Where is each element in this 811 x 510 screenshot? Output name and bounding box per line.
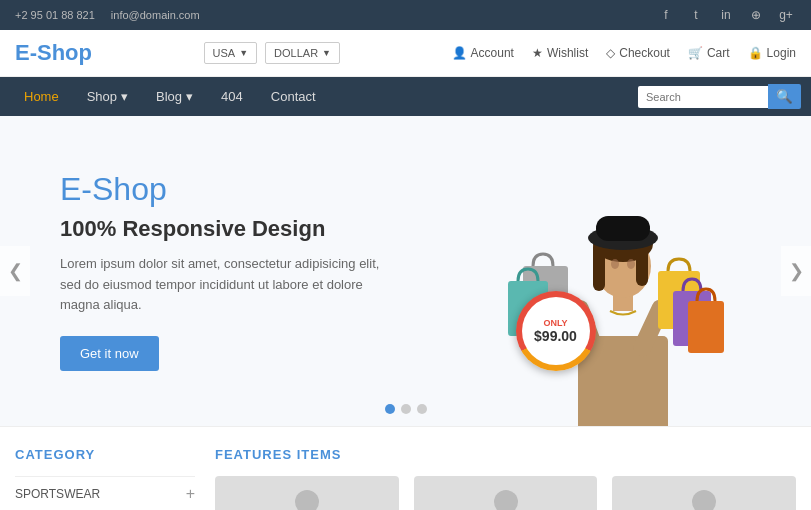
feature-item-2: [414, 476, 598, 510]
chevron-down-icon: ▼: [322, 48, 331, 58]
nav-404[interactable]: 404: [207, 77, 257, 116]
search-button[interactable]: 🔍: [768, 84, 801, 109]
top-bar-social: f t in ⊕ g+: [656, 5, 796, 25]
phone: +2 95 01 88 821: [15, 9, 95, 21]
feature-thumb-3: [612, 476, 796, 510]
hero-illustration: [468, 126, 748, 426]
slider-next-button[interactable]: ❯: [781, 246, 811, 296]
checkout-link[interactable]: ◇ Checkout: [606, 46, 670, 60]
star-icon: ★: [532, 46, 543, 60]
hero-image: ONLY $99.00: [406, 116, 812, 426]
cart-icon: 🛒: [688, 46, 703, 60]
email: info@domain.com: [111, 9, 200, 21]
feature-thumb-1: [215, 476, 399, 510]
header: E-Shop USA ▼ DOLLAR ▼ 👤 Account ★ Wishli…: [0, 30, 811, 77]
svg-rect-17: [688, 301, 724, 353]
header-region: USA ▼ DOLLAR ▼: [204, 42, 341, 64]
features-section: FEATURES ITEMS: [215, 447, 796, 510]
slider-dot-2[interactable]: [401, 404, 411, 414]
hero-content: E-Shop 100% Responsive Design Lorem ipsu…: [0, 141, 446, 401]
slider-dot-1[interactable]: [385, 404, 395, 414]
svg-point-9: [611, 259, 619, 269]
lock-icon: 🔒: [748, 46, 763, 60]
search-icon: 🔍: [776, 89, 793, 104]
feature-thumb-2: [414, 476, 598, 510]
social-icon-5[interactable]: g+: [776, 5, 796, 25]
search-area: 🔍: [638, 84, 801, 109]
price-badge-inner: ONLY $99.00: [522, 297, 590, 365]
price-badge: ONLY $99.00: [516, 291, 596, 371]
facebook-icon[interactable]: f: [656, 5, 676, 25]
category-label: SPORTSWEAR: [15, 487, 100, 501]
nav-contact[interactable]: Contact: [257, 77, 330, 116]
plus-icon: +: [186, 485, 195, 503]
chevron-down-icon: ▾: [121, 89, 128, 104]
nav-links: Home Shop ▾ Blog ▾ 404 Contact: [10, 77, 330, 116]
cart-link[interactable]: 🛒 Cart: [688, 46, 730, 60]
search-input[interactable]: [638, 86, 768, 108]
person-head: [692, 490, 716, 510]
slider-prev-button[interactable]: ❮: [0, 246, 30, 296]
person-icon: 👤: [452, 46, 467, 60]
svg-point-10: [627, 259, 635, 269]
chevron-down-icon: ▾: [186, 89, 193, 104]
feature-item-1: [215, 476, 399, 510]
svg-rect-5: [593, 241, 605, 291]
hero-brand: E-Shop: [60, 171, 386, 208]
top-bar: +2 95 01 88 821 info@domain.com f t in ⊕…: [0, 0, 811, 30]
hero-slider: ❮ E-Shop 100% Responsive Design Lorem ip…: [0, 116, 811, 426]
price-only-label: ONLY: [543, 318, 567, 328]
nav-blog[interactable]: Blog ▾: [142, 77, 207, 116]
person-head: [295, 490, 319, 510]
google-plus-icon[interactable]: ⊕: [746, 5, 766, 25]
linkedin-icon[interactable]: in: [716, 5, 736, 25]
category-sportswear[interactable]: SPORTSWEAR +: [15, 476, 195, 510]
person-figure-2: [414, 476, 598, 510]
wishlist-link[interactable]: ★ Wishlist: [532, 46, 588, 60]
login-link[interactable]: 🔒 Login: [748, 46, 796, 60]
header-nav: 👤 Account ★ Wishlist ◇ Checkout 🛒 Cart 🔒…: [452, 46, 796, 60]
hero-cta-button[interactable]: Get it now: [60, 336, 159, 371]
nav-shop[interactable]: Shop ▾: [73, 77, 142, 116]
twitter-icon[interactable]: t: [686, 5, 706, 25]
hero-title: 100% Responsive Design: [60, 216, 386, 242]
nav-home[interactable]: Home: [10, 77, 73, 116]
person-head: [494, 490, 518, 510]
bottom-sections: CATEGORY SPORTSWEAR + FEATURES ITEMS: [0, 426, 811, 510]
features-title: FEATURES ITEMS: [215, 447, 796, 462]
hero-description: Lorem ipsum dolor sit amet, consectetur …: [60, 254, 386, 316]
price-amount: $99.00: [534, 328, 577, 344]
logo[interactable]: E-Shop: [15, 40, 92, 66]
chevron-down-icon: ▼: [239, 48, 248, 58]
features-grid: [215, 476, 796, 510]
currency-dropdown[interactable]: DOLLAR ▼: [265, 42, 340, 64]
feature-item-3: [612, 476, 796, 510]
main-nav: Home Shop ▾ Blog ▾ 404 Contact 🔍: [0, 77, 811, 116]
top-bar-left: +2 95 01 88 821 info@domain.com: [15, 9, 200, 21]
slider-dots: [385, 404, 427, 414]
region-dropdown[interactable]: USA ▼: [204, 42, 258, 64]
diamond-icon: ◇: [606, 46, 615, 60]
category-section: CATEGORY SPORTSWEAR +: [15, 447, 215, 510]
svg-rect-8: [596, 216, 650, 241]
person-figure-3: [612, 476, 796, 510]
account-link[interactable]: 👤 Account: [452, 46, 514, 60]
person-figure-1: [215, 476, 399, 510]
category-title: CATEGORY: [15, 447, 195, 462]
slider-dot-3[interactable]: [417, 404, 427, 414]
